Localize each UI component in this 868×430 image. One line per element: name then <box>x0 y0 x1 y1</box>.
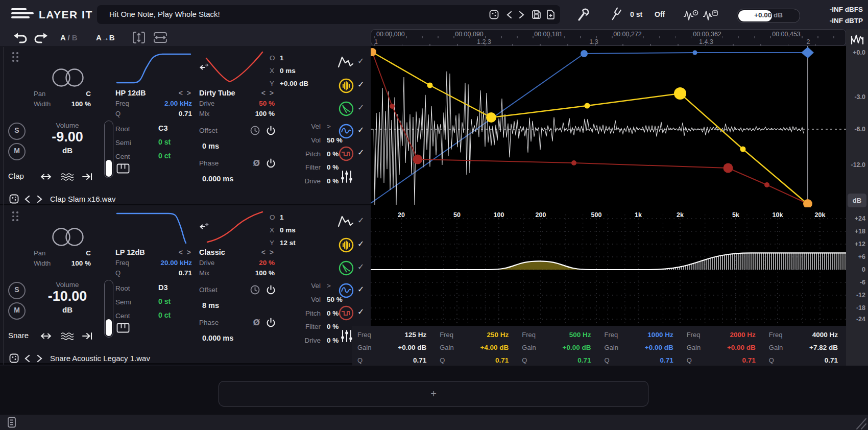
filter-q-value[interactable]: 0.71 <box>179 110 192 117</box>
eq-band-4-gain-value[interactable]: +0.00 dB <box>645 344 673 351</box>
resize-horizontal-icon[interactable] <box>153 31 167 44</box>
eq-band-4-freq-value[interactable]: 1000 Hz <box>647 331 673 339</box>
volume-env-check-icon[interactable]: ✓ <box>357 80 364 89</box>
drive-type[interactable]: Dirty Tube <box>199 89 235 97</box>
drive-amount-value[interactable]: 20 % <box>259 259 275 267</box>
preset-save-icon[interactable] <box>531 9 542 20</box>
envelope-check-icon[interactable]: ✓ <box>357 216 364 225</box>
transpose-mode[interactable]: Off <box>655 10 665 18</box>
sample-random-icon[interactable] <box>9 353 19 363</box>
pan-row[interactable]: PanC <box>34 90 91 98</box>
volume-env-icon[interactable] <box>338 237 354 253</box>
eq-band-3-q-value[interactable]: 0.71 <box>577 356 591 364</box>
width-row[interactable]: Width100 % <box>34 100 91 108</box>
eq-band-2-q-value[interactable]: 0.71 <box>495 356 509 364</box>
resize-vertical-icon[interactable] <box>132 31 146 44</box>
preset-save-as-icon[interactable] <box>545 9 556 20</box>
waveform-edit-icon[interactable] <box>683 9 700 21</box>
pitch-env-check-icon[interactable]: ✓ <box>357 125 364 135</box>
tuning-fork-icon[interactable] <box>610 7 622 22</box>
drive-mix-value[interactable]: 100 % <box>255 110 275 117</box>
piano-keys-icon[interactable] <box>116 163 130 174</box>
y-value[interactable]: 12 st <box>280 239 296 247</box>
drive-type[interactable]: Classic <box>199 248 225 256</box>
offset-clock-icon[interactable] <box>250 126 260 135</box>
smooth-waves-icon[interactable] <box>60 332 74 341</box>
stereo-circles-icon[interactable] <box>49 64 87 91</box>
filter-env-check-icon[interactable]: ✓ <box>357 262 364 272</box>
sample-name[interactable]: Snare Acoustic Legacy 1.wav <box>50 354 150 363</box>
sample-next-icon[interactable] <box>37 195 42 203</box>
root-value[interactable]: C3 <box>158 124 168 132</box>
sample-prev-icon[interactable] <box>25 354 30 363</box>
volume-env-icon[interactable] <box>338 78 354 94</box>
reverse-icon[interactable] <box>40 173 52 181</box>
filter-env-check-icon[interactable]: ✓ <box>357 103 364 112</box>
sample-random-icon[interactable] <box>9 194 19 204</box>
drive-env-icon[interactable] <box>338 146 354 162</box>
filter-env-icon[interactable] <box>338 260 354 276</box>
oscilloscope-icon[interactable] <box>850 33 864 46</box>
preset-prev-icon[interactable] <box>507 11 512 19</box>
pitch-env-check-icon[interactable]: ✓ <box>357 284 364 294</box>
cent-value[interactable]: 0 ct <box>158 311 171 319</box>
eq-band-5-gain-value[interactable]: +0.00 dB <box>727 344 756 351</box>
volume-value[interactable]: -9.00 <box>33 129 102 145</box>
eq-band-6-freq-value[interactable]: 4000 Hz <box>812 331 838 339</box>
pitch-env-icon[interactable] <box>338 123 354 139</box>
pitch-env-icon[interactable] <box>338 282 354 299</box>
layer-drag-handle[interactable] <box>12 211 18 221</box>
smooth-waves-icon[interactable] <box>60 173 74 181</box>
eq-band-4-q-value[interactable]: 0.71 <box>660 356 673 364</box>
x-value[interactable]: 0 ms <box>280 67 296 75</box>
eq-band-2-freq-value[interactable]: 250 Hz <box>487 331 509 339</box>
modulation-faders-icon[interactable] <box>340 170 353 184</box>
drive-type-arrows[interactable]: < > <box>261 248 275 256</box>
eq-band-1-gain-value[interactable]: +0.00 dB <box>398 344 426 351</box>
width-row[interactable]: Width100 % <box>34 259 91 267</box>
semi-value[interactable]: 0 st <box>158 297 171 305</box>
mute-button[interactable]: M <box>8 302 26 320</box>
eq-band-5-q-value[interactable]: 0.71 <box>742 356 756 364</box>
width-value[interactable]: 100 % <box>71 100 91 108</box>
pan-value[interactable]: C <box>86 90 91 98</box>
sample-next-icon[interactable] <box>37 354 42 363</box>
y-value[interactable]: +0.00 dB <box>280 80 308 87</box>
sample-name[interactable]: Clap Slam x16.wav <box>50 195 115 203</box>
cent-value[interactable]: 0 ct <box>158 152 171 160</box>
phase-value[interactable]: 0.000 ms <box>202 175 233 183</box>
stereo-circles-icon[interactable] <box>49 224 87 250</box>
eq-band-3-freq-value[interactable]: 500 Hz <box>569 331 591 339</box>
reverse-icon[interactable] <box>40 332 52 340</box>
x-value[interactable]: 0 ms <box>280 226 296 234</box>
preset-name[interactable]: Hit One Note, Play Whole Stack! <box>109 10 220 18</box>
envelope-shape-icon[interactable] <box>337 214 354 228</box>
eq-band-1-q-value[interactable]: 0.71 <box>413 356 426 364</box>
layer-volume-slider[interactable] <box>104 280 113 338</box>
filter-type[interactable]: LP 12dB <box>115 248 145 256</box>
eq-band-2-gain-value[interactable]: +4.00 dB <box>480 344 509 351</box>
volume-value[interactable]: -10.00 <box>33 289 102 304</box>
drive-env-check-icon[interactable]: ✓ <box>357 307 364 317</box>
semi-value[interactable]: 0 st <box>158 138 171 146</box>
offset-value[interactable]: 8 ms <box>202 301 219 309</box>
offset-value[interactable]: 0 ms <box>202 142 219 150</box>
db-scale-button[interactable]: dB <box>848 194 866 207</box>
solo-button[interactable]: S <box>8 123 26 140</box>
filter-type-arrows[interactable]: < > <box>179 248 192 256</box>
volume-slider-thumb[interactable] <box>106 319 112 336</box>
mute-button[interactable]: M <box>8 143 26 160</box>
eq-display[interactable]: 20501002005001k2k5k10k20k <box>371 207 846 326</box>
voices-value[interactable]: 1 <box>280 213 284 221</box>
snap-to-end-icon[interactable] <box>82 332 93 340</box>
pan-row[interactable]: PanC <box>34 249 91 257</box>
layer-volume-slider[interactable] <box>104 121 113 178</box>
filter-type[interactable]: HP 12dB <box>115 89 146 97</box>
filter-q-value[interactable]: 0.71 <box>179 269 192 277</box>
phase-invert-icon[interactable]: Ø <box>253 158 260 168</box>
preset-next-icon[interactable] <box>519 11 524 19</box>
eq-band-1-freq-value[interactable]: 125 Hz <box>404 331 426 339</box>
drive-mix-value[interactable]: 100 % <box>255 269 275 277</box>
width-value[interactable]: 100 % <box>71 259 91 267</box>
settings-wrench-icon[interactable] <box>576 8 589 22</box>
